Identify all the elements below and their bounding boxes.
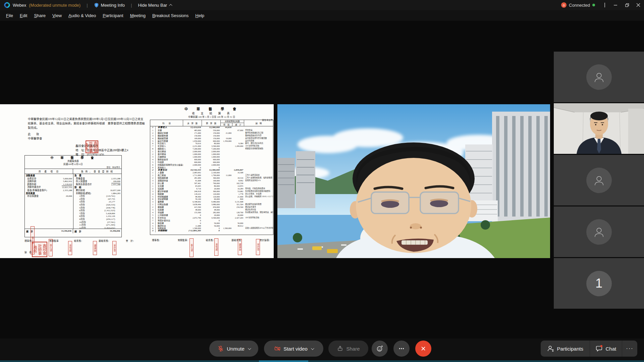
chat-button[interactable]: Chat	[590, 341, 622, 357]
close-x-icon	[420, 345, 427, 352]
balance-sheet-table: 中 華 醫 學 會 資產負債表 民國109年12月31日 單位：新台幣元 資 產…	[24, 155, 122, 237]
chevron-up-icon	[169, 4, 172, 7]
header-compare: 決算與預算比較數	[221, 120, 244, 123]
start-video-label: Start video	[283, 346, 308, 352]
chat-bubble-icon	[595, 345, 603, 352]
menu-participant[interactable]: Participant	[99, 12, 126, 19]
titlebar-separator: |	[83, 3, 91, 8]
participant-tile-overflow-count[interactable]: 1	[554, 258, 644, 309]
chat-notification-dot	[600, 345, 602, 347]
moderated-mode-label: (Moderated unmute mode)	[29, 3, 80, 8]
microphone-muted-icon	[217, 345, 224, 352]
menu-breakout-sessions[interactable]: Breakout Sessions	[149, 12, 192, 19]
participant-video-scene	[554, 103, 644, 154]
close-button[interactable]	[633, 0, 644, 10]
firm-address: 地 址：台北市士林區中正路288號6樓之4	[75, 148, 128, 153]
letter-line: 結算表、基金收支表、現金出納表，業經本會計師事務所根據 貴學會提供之相關傳票憑證…	[28, 121, 147, 126]
firm-seal-stamp: 鑫欣會計師事務所	[32, 242, 47, 257]
leave-meeting-button[interactable]	[415, 341, 431, 357]
balance-sheet-title: 資產負債表	[25, 160, 121, 163]
income-statement-title: 收 支 結 算 表	[150, 111, 273, 115]
assets-header: 資 產 項 目	[25, 169, 73, 174]
balance-sheet-org: 中 華 醫 學 會	[25, 157, 121, 160]
minimize-button[interactable]	[610, 0, 621, 10]
income-statement-signatures: 理事長：常務監事：秘書長：副秘書長：會計製表：	[150, 238, 273, 242]
app-title: Webex	[13, 3, 26, 8]
hide-menu-bar-label: Hide Menu Bar	[138, 3, 167, 8]
taskbar-edge-strip	[0, 360, 644, 362]
connection-good-icon	[592, 4, 595, 6]
shared-screen-documents: 中華醫學會民國109年12月31日之資產負債表暨民國109年1月1日至民國109…	[0, 104, 274, 258]
start-video-button[interactable]: Start video	[264, 341, 323, 357]
chat-label: Chat	[605, 346, 616, 352]
taskbar-highlight	[259, 360, 308, 362]
firm-name: 鑫欣會計師事務所	[75, 144, 128, 148]
share-button[interactable]: Share	[328, 341, 368, 357]
secretary-stamp: 黃怡超	[68, 241, 72, 255]
participant-filmstrip: 1	[554, 31, 644, 312]
meeting-info-button[interactable]: Meeting Info	[94, 3, 125, 8]
accountant-stamp: 會計章	[256, 239, 260, 255]
active-speaker-video[interactable]	[277, 104, 550, 258]
header-budget: 預 算 數	[202, 120, 221, 126]
income-statement-header: 科 目 決 算 數 預 算 數 決算與預算比較數 增 加 減 少 說 明	[150, 120, 273, 126]
balance-sheet-date: 民國109年12月31日	[25, 163, 121, 166]
hide-menu-bar-button[interactable]: Hide Menu Bar	[138, 3, 171, 8]
header-note: 說 明	[244, 120, 273, 126]
reactions-button[interactable]	[372, 341, 388, 357]
share-screen-icon	[337, 345, 343, 352]
menu-meeting[interactable]: Meeting	[127, 12, 149, 19]
unmute-button[interactable]: Unmute	[209, 341, 258, 357]
menu-help[interactable]: Help	[192, 12, 208, 19]
letter-salute: 此 致	[28, 132, 147, 136]
liabilities-column: 負 債準備基金2,355,288存入保證金100,000負債及基金合計2,455…	[73, 174, 121, 229]
participants-button[interactable]: Participants	[541, 341, 590, 357]
titlebar-separator: |	[127, 3, 135, 8]
supervisor-stamp: 張心湜	[190, 238, 194, 257]
income-statement-date: 中華民國 109 年 1 月 1 日至 109 年 12 月 31 日	[150, 115, 273, 118]
title-bar: Webex (Moderated unmute mode) | Meeting …	[0, 0, 644, 10]
liabilities-header: 負 債 、 基 金 暨 餘 絀	[73, 169, 121, 174]
video-options-chevron[interactable]	[311, 347, 314, 350]
webex-logo-icon	[4, 2, 10, 8]
share-label: Share	[346, 346, 360, 352]
menu-edit[interactable]: Edit	[16, 12, 31, 19]
income-statement-rows: 1本會收入12,424,61612,380,00044,6161會費483,00…	[150, 126, 273, 232]
participant-tile-avatar[interactable]	[554, 206, 644, 257]
auditor-letter: 中華醫學會民國109年12月31日之資產負債表暨民國109年1月1日至民國109…	[28, 117, 147, 141]
avatar	[586, 64, 612, 90]
menu-bar: File Edit Share View Audio & Video Parti…	[0, 10, 644, 21]
participant-tile-video[interactable]	[554, 103, 644, 154]
header-actual: 決 算 數	[183, 120, 202, 126]
participant-tile-avatar[interactable]	[554, 155, 644, 205]
connection-status-label: Connected	[569, 3, 590, 8]
secretary-stamp: 黃怡超	[214, 238, 218, 256]
person-icon	[592, 70, 606, 84]
balance-sheet-unit: 單位：新台幣元	[25, 166, 121, 169]
webex-meeting-window: Webex (Moderated unmute mode) | Meeting …	[0, 0, 644, 362]
total-assets-value: 14,396,840	[61, 230, 71, 233]
restore-button[interactable]	[621, 0, 633, 10]
speaker-video-scene	[277, 104, 550, 258]
assets-column: 流動資產台庫定存5,000,000活期存款5,802,932劃撥存款1,218,…	[25, 174, 73, 229]
menu-audio-video[interactable]: Audio & Video	[65, 12, 99, 19]
meeting-control-bar: Unmute Start video Share	[0, 339, 644, 360]
menu-view[interactable]: View	[49, 12, 65, 19]
titlebar-divider	[604, 3, 605, 7]
income-statement-org: 中 華 醫 學 會	[150, 104, 273, 111]
letter-line: 製完成。	[28, 126, 147, 130]
person-icon	[592, 225, 606, 239]
participant-tile-avatar[interactable]	[554, 52, 644, 102]
smiley-reactions-icon	[376, 345, 383, 352]
accountant-stamp: 會計章	[112, 241, 116, 255]
unmute-options-chevron[interactable]	[248, 347, 251, 350]
more-panels-button[interactable]: ···	[622, 341, 637, 357]
menu-file[interactable]: File	[3, 12, 16, 19]
header-increase: 增 加	[221, 123, 232, 126]
menu-share[interactable]: Share	[31, 12, 49, 19]
overflow-count-badge: 1	[586, 271, 612, 296]
more-options-button[interactable]	[393, 341, 410, 357]
header-subject: 科 目	[150, 120, 183, 126]
panel-buttons-group: Participants Chat ···	[541, 341, 637, 357]
balance-sheet-totals: 總 計 14,396,840 總 計 14,396,840	[25, 229, 121, 233]
